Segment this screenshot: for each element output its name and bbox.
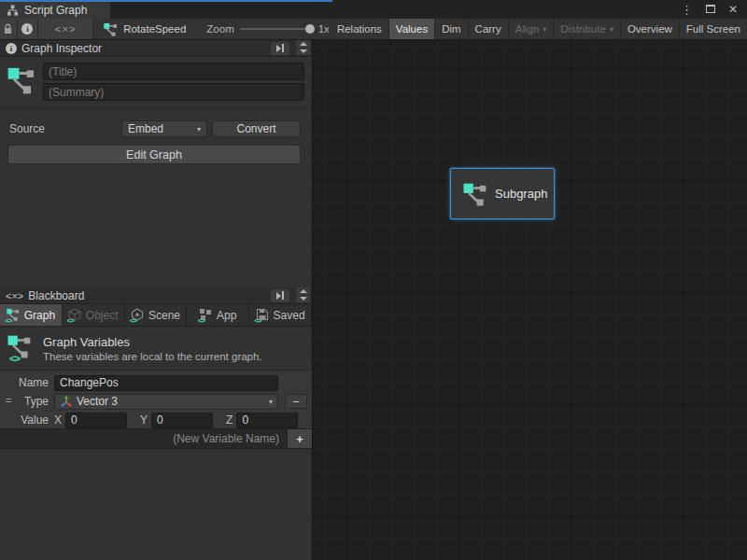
vector3-icon	[60, 395, 73, 408]
close-icon[interactable]: ✕	[728, 4, 738, 15]
window-controls: ⋮ ✕	[681, 0, 747, 19]
variable-type-dropdown[interactable]: Vector 3 ▾	[54, 394, 278, 410]
new-variable-row: +	[0, 429, 312, 449]
graph-variables-title: Graph Variables	[43, 335, 262, 349]
toolbar-button-carry[interactable]: Carry	[468, 19, 508, 39]
graph-variables-icon: <>	[7, 334, 34, 362]
visual-scripting-icon: <×>	[55, 23, 77, 35]
toolbar-button-distribute[interactable]: Distribute ▾	[553, 19, 620, 39]
name-label: Name	[0, 376, 54, 389]
graph-inspector-header: i Graph Inspector	[0, 40, 312, 57]
tab-title: Script Graph	[24, 4, 87, 17]
edit-graph-button[interactable]: Edit Graph	[7, 145, 301, 164]
graph-meta-section	[0, 57, 312, 109]
breadcrumb-label: RotateSpeed	[123, 23, 186, 35]
graph-icon	[104, 22, 118, 36]
maximize-glyph	[706, 5, 715, 13]
graph-tab-icon: <>	[7, 308, 21, 322]
tab-app[interactable]: <> App	[187, 304, 249, 326]
panel-empty-area	[0, 449, 312, 560]
dock-panel-button[interactable]	[271, 42, 289, 55]
value-label: Value	[0, 413, 54, 427]
panel-scroll-spinner	[296, 287, 310, 303]
chevron-down-icon: ▾	[610, 25, 613, 34]
toolbar-button-overview[interactable]: Overview	[620, 19, 679, 39]
lock-button[interactable]	[0, 19, 18, 39]
titlebar: Script Graph ⋮ ✕	[0, 0, 747, 19]
variable-name-row: Name	[0, 373, 308, 392]
chevron-down-icon: ▾	[269, 398, 273, 406]
visual-scripting-button[interactable]: <×>	[38, 19, 93, 39]
scroll-up-button[interactable]	[296, 287, 310, 295]
minus-icon: −	[292, 395, 300, 409]
graph-toolbar: i <×> RotateSpeed Zoom 1x Relations Valu…	[0, 19, 747, 40]
drag-handle[interactable]: =	[6, 395, 10, 406]
plus-icon: +	[296, 432, 303, 446]
tab-scene[interactable]: <> Scene	[125, 304, 188, 326]
variable-row: = Name Type Vector 3 ▾ −	[0, 370, 312, 429]
graph-title-input[interactable]	[43, 63, 304, 80]
tab-object[interactable]: <> Object	[63, 304, 125, 326]
add-variable-button[interactable]: +	[287, 429, 312, 448]
graph-canvas[interactable]: Subgraph	[313, 40, 747, 560]
variable-name-input[interactable]	[54, 375, 278, 391]
script-graph-window: Script Graph ⋮ ✕ i <×> RotateSpeed Zoom	[0, 0, 747, 560]
subgraph-node-label: Subgraph	[495, 187, 547, 201]
dock-panel-button[interactable]	[271, 289, 289, 302]
scroll-down-button[interactable]	[296, 296, 310, 303]
dock-icon-bar	[282, 44, 284, 52]
zoom-slider-handle[interactable]	[305, 24, 315, 34]
source-row: Source Embed ▾ Convert	[9, 120, 301, 137]
remove-variable-button[interactable]: −	[285, 394, 307, 409]
triangle-down-icon	[300, 49, 307, 53]
zoom-control: Zoom 1x	[206, 19, 330, 39]
triangle-down-icon	[300, 297, 307, 301]
graph-summary-input[interactable]	[43, 83, 304, 101]
dock-icon-bar	[282, 291, 284, 300]
graph-variables-heading: <> Graph Variables These variables are l…	[0, 327, 312, 370]
lock-icon	[3, 23, 13, 35]
sidebar-panel: i Graph Inspector	[0, 40, 313, 560]
toolbar-button-relations[interactable]: Relations	[330, 19, 388, 39]
graph-inspector-title: Graph Inspector	[21, 42, 266, 55]
toolbar-button-values[interactable]: Values	[388, 19, 434, 39]
source-dropdown[interactable]: Embed ▾	[121, 120, 207, 137]
x-axis-label: X	[54, 413, 65, 427]
info-button[interactable]: i	[18, 19, 39, 39]
chevron-down-icon: ▾	[197, 125, 201, 133]
blackboard-title: Blackboard	[28, 289, 266, 302]
toolbar-button-fullscreen[interactable]: Full Screen	[679, 19, 747, 39]
tab-script-graph[interactable]: Script Graph	[0, 0, 110, 19]
dock-icon	[276, 292, 281, 300]
toolbar-button-align[interactable]: Align ▾	[508, 19, 554, 39]
graph-icon	[463, 182, 487, 206]
triangle-up-icon	[300, 289, 307, 293]
breadcrumb[interactable]: RotateSpeed	[104, 19, 186, 39]
subgraph-node[interactable]: Subgraph	[450, 168, 555, 219]
scroll-down-button[interactable]	[296, 49, 310, 56]
zoom-slider[interactable]	[240, 28, 313, 30]
new-variable-name-input[interactable]	[0, 429, 287, 448]
focus-indicator-line	[0, 0, 332, 2]
kebab-menu-icon[interactable]: ⋮	[681, 4, 693, 16]
variable-type-row: Type Vector 3 ▾ −	[0, 392, 308, 411]
toolbar-button-dim[interactable]: Dim	[434, 19, 467, 39]
toolbar-toggle-group: Relations Values Dim Carry Align ▾ Distr…	[330, 19, 747, 39]
visual-scripting-icon: <×>	[6, 290, 23, 301]
scene-icon: <>	[131, 308, 145, 322]
scroll-up-button[interactable]	[296, 40, 310, 48]
panel-scroll-spinner	[296, 40, 310, 56]
z-value-input[interactable]	[236, 413, 298, 428]
x-value-input[interactable]	[65, 413, 127, 428]
graph-variables-subtitle: These variables are local to the current…	[43, 351, 262, 362]
tab-saved[interactable]: <> Saved	[249, 304, 312, 326]
variable-type-value: Vector 3	[77, 395, 118, 408]
script-graph-tab-icon	[7, 5, 19, 16]
tab-graph[interactable]: <> Graph	[0, 304, 63, 326]
y-value-input[interactable]	[151, 413, 213, 428]
convert-button[interactable]: Convert	[212, 120, 301, 137]
graph-icon	[7, 66, 35, 94]
dock-icon	[276, 45, 281, 52]
z-axis-label: Z	[226, 413, 236, 427]
maximize-icon[interactable]	[706, 4, 715, 15]
